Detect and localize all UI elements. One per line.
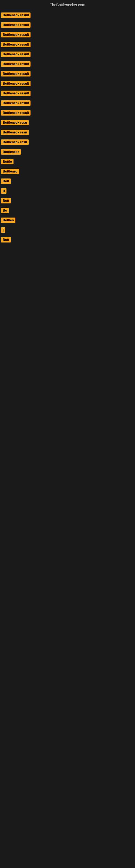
list-item: Bottleneck resu	[0, 118, 135, 127]
list-item: Bo	[0, 206, 135, 215]
list-item: Bottleneck result	[0, 108, 135, 118]
list-item: Bottleneck result	[0, 59, 135, 69]
list-item: Bottleneck result	[0, 69, 135, 79]
bottleneck-badge[interactable]: Bottleneck result	[1, 52, 31, 57]
list-item: Bott	[0, 235, 135, 245]
list-item: Bott	[0, 176, 135, 186]
list-item: Bottle	[0, 157, 135, 166]
list-item: Bottleneck resu	[0, 137, 135, 147]
bottleneck-badge[interactable]: Bottlen	[1, 218, 15, 223]
list-item: B	[0, 186, 135, 196]
list-item: Bottleneck result	[0, 79, 135, 88]
site-title: TheBottlenecker.com	[0, 1, 135, 10]
bottleneck-badge[interactable]: Bottleneck result	[1, 61, 31, 67]
list-item: Bottleneck result	[0, 98, 135, 108]
bottleneck-badge[interactable]: Bott	[1, 198, 11, 204]
bottleneck-badge[interactable]: B	[1, 188, 6, 194]
bottleneck-badge[interactable]: Bottleneck result	[1, 110, 31, 116]
list-item: Bottleneck result	[0, 10, 135, 20]
bottleneck-badge[interactable]: Bottleneck resu	[1, 120, 29, 125]
bottleneck-badge[interactable]: Bottleneck result	[1, 81, 31, 86]
bottleneck-badge[interactable]: Bott	[1, 179, 11, 184]
bottleneck-badge[interactable]: Bottleneck result	[1, 100, 31, 106]
bottleneck-badge[interactable]: Bottleneck result	[1, 22, 31, 28]
list-item: Bottlen	[0, 215, 135, 225]
bottleneck-badge[interactable]: Bottleneck	[1, 149, 21, 155]
bottleneck-badge[interactable]: Bo	[1, 208, 9, 213]
page-container: TheBottlenecker.com Bottleneck resultBot…	[0, 0, 135, 245]
bottleneck-badge[interactable]: Bottlenec	[1, 169, 19, 174]
list-item: Bottleneck resu	[0, 127, 135, 137]
bottleneck-badge[interactable]: Bottleneck result	[1, 71, 31, 76]
bottleneck-badge[interactable]: Bottleneck resu	[1, 130, 29, 135]
bottleneck-badge[interactable]: Bottleneck result	[1, 91, 31, 96]
list-item: |	[0, 225, 135, 235]
list-item: Bottleneck	[0, 147, 135, 157]
items-list: Bottleneck resultBottleneck resultBottle…	[0, 10, 135, 245]
bottleneck-badge[interactable]: Bottleneck result	[1, 12, 31, 18]
bottleneck-badge[interactable]: Bott	[1, 237, 11, 243]
list-item: Bottlenec	[0, 166, 135, 176]
list-item: Bottleneck result	[0, 20, 135, 30]
bottleneck-badge[interactable]: |	[1, 227, 5, 233]
list-item: Bott	[0, 196, 135, 206]
bottleneck-badge[interactable]: Bottleneck resu	[1, 140, 29, 145]
list-item: Bottleneck result	[0, 50, 135, 59]
bottleneck-badge[interactable]: Bottle	[1, 159, 13, 164]
list-item: Bottleneck result	[0, 88, 135, 98]
bottleneck-badge[interactable]: Bottleneck result	[1, 42, 31, 47]
list-item: Bottleneck result	[0, 30, 135, 40]
list-item: Bottleneck result	[0, 40, 135, 50]
bottleneck-badge[interactable]: Bottleneck result	[1, 32, 31, 37]
